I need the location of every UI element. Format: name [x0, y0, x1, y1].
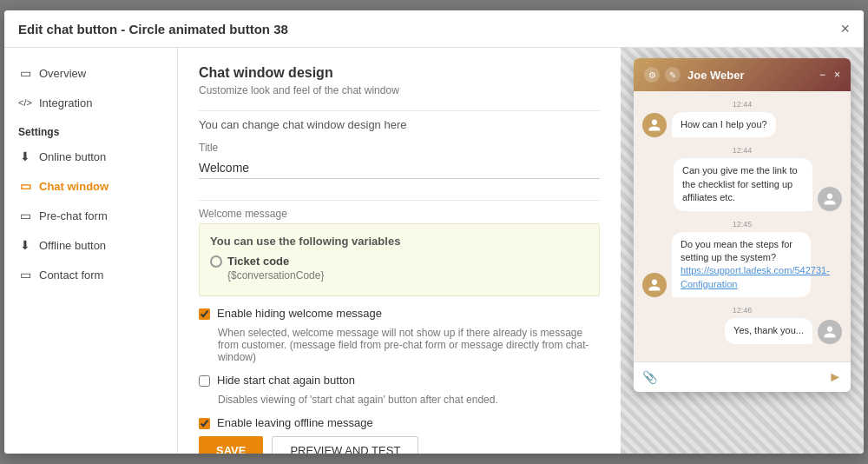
- chat-header: ⚙ ✎ Joe Weber − ×: [634, 58, 851, 91]
- config-link[interactable]: https://support.ladesk.com/542731-Config…: [681, 265, 830, 288]
- msg-bubble-2: Can you give me the link to the checklis…: [674, 158, 812, 210]
- checkbox-hide-start[interactable]: [199, 375, 210, 387]
- chat-header-actions: − ×: [819, 69, 840, 81]
- main-content: Chat window design Customize look and fe…: [178, 48, 621, 454]
- chat-window-icon: ▭: [18, 179, 32, 193]
- divider-1: [199, 110, 600, 111]
- pre-chat-form-icon: ▭: [18, 209, 32, 222]
- msg-time-1: 12:44: [642, 100, 842, 109]
- section-title: Chat window design: [199, 65, 600, 81]
- title-label: Title: [199, 142, 600, 154]
- chat-header-icons: ⚙ ✎: [644, 67, 681, 83]
- msg-row-2: Can you give me the link to the checklis…: [642, 158, 842, 210]
- agent-avatar-2: [642, 273, 667, 297]
- preview-button[interactable]: PREVIEW AND TEST: [272, 436, 418, 454]
- welcome-message-label: Welcome message: [199, 208, 600, 220]
- sidebar-item-label: Integration: [39, 96, 92, 109]
- modal-title: Edit chat button - Circle animated butto…: [18, 22, 288, 36]
- close-button[interactable]: ×: [840, 21, 850, 36]
- variable-item: Ticket code {$conversationCode}: [210, 255, 589, 282]
- checkbox-row-1: Enable hiding welcome message: [199, 307, 600, 320]
- sidebar-item-chat-window[interactable]: ▭ Chat window: [4, 171, 177, 201]
- var-circle-icon: [210, 255, 222, 268]
- checkbox-label-3: Enable leaving offline message: [217, 416, 373, 429]
- settings-label: Settings: [4, 117, 177, 142]
- chat-input-row: 📎 ►: [634, 361, 851, 392]
- preview-panel: ⚙ ✎ Joe Weber − × 12:44: [621, 48, 864, 454]
- visitor-avatar-1: [818, 187, 842, 211]
- close-chat-icon[interactable]: ×: [834, 69, 840, 81]
- sidebar-item-label: Offline button: [39, 239, 106, 252]
- sidebar-item-overview[interactable]: ▭ Overview: [4, 58, 177, 88]
- sidebar-item-label: Contact form: [39, 268, 103, 282]
- var-name: Ticket code: [227, 255, 324, 268]
- variables-title: You can use the following variables: [210, 235, 589, 248]
- button-row: SAVE PREVIEW AND TEST: [199, 436, 600, 454]
- chat-header-left: ⚙ ✎ Joe Weber: [644, 67, 745, 83]
- title-input[interactable]: [199, 157, 600, 179]
- checkbox-label-2: Hide start chat again button: [217, 374, 355, 387]
- send-icon[interactable]: ►: [828, 369, 842, 385]
- pencil-icon[interactable]: ✎: [665, 67, 681, 83]
- save-button[interactable]: SAVE: [199, 436, 263, 454]
- sidebar-item-label: Chat window: [39, 180, 108, 193]
- var-details: Ticket code {$conversationCode}: [227, 255, 324, 282]
- msg-bubble-3: Do you mean the steps for setting up the…: [672, 232, 811, 298]
- msg-bubble-4: Yes, thank you...: [725, 318, 812, 343]
- sidebar: ▭ Overview </> Integration Settings ⬇ On…: [4, 48, 178, 454]
- visitor-avatar-2: [818, 320, 842, 344]
- gear-icon[interactable]: ⚙: [644, 67, 660, 83]
- attach-icon[interactable]: 📎: [642, 370, 657, 384]
- sidebar-item-online-button[interactable]: ⬇ Online button: [4, 142, 177, 171]
- checkbox-desc-1: When selected, welcome message will not …: [218, 327, 600, 363]
- info-text: You can change chat window design here: [199, 118, 600, 131]
- sidebar-item-contact-form[interactable]: ▭ Contact form: [4, 260, 177, 289]
- msg-row-1: How can I help you?: [642, 112, 842, 137]
- checkbox-offline-message[interactable]: [199, 418, 210, 429]
- offline-button-icon: ⬇: [18, 238, 32, 252]
- modal: Edit chat button - Circle animated butto…: [4, 10, 864, 454]
- agent-name: Joe Weber: [687, 69, 745, 82]
- sidebar-item-integration[interactable]: </> Integration: [4, 88, 177, 117]
- modal-header: Edit chat button - Circle animated butto…: [4, 10, 864, 48]
- variables-box: You can use the following variables Tick…: [199, 223, 600, 296]
- checkbox-hide-welcome[interactable]: [199, 308, 210, 320]
- msg-time-4: 12:46: [642, 306, 842, 315]
- overview-icon: ▭: [18, 66, 32, 80]
- divider-2: [199, 200, 600, 201]
- msg-row-3: Do you mean the steps for setting up the…: [642, 232, 842, 298]
- msg-row-4: Yes, thank you...: [642, 318, 842, 343]
- modal-overlay: Edit chat button - Circle animated butto…: [0, 0, 868, 464]
- sidebar-item-label: Overview: [39, 67, 86, 80]
- section-subtitle: Customize look and feel of the chat wind…: [199, 84, 600, 96]
- integration-icon: </>: [18, 96, 32, 109]
- chat-messages: 12:44 How can I help you? 12:44: [634, 91, 851, 361]
- checkbox-label-1: Enable hiding welcome message: [217, 307, 382, 320]
- msg-bubble-1: How can I help you?: [672, 112, 776, 137]
- checkbox-row-3: Enable leaving offline message: [199, 416, 600, 429]
- sidebar-item-label: Pre-chat form: [39, 209, 108, 222]
- sidebar-item-pre-chat-form[interactable]: ▭ Pre-chat form: [4, 201, 177, 230]
- minimize-icon[interactable]: −: [819, 69, 825, 81]
- msg-time-3: 12:45: [642, 220, 842, 229]
- agent-avatar-1: [642, 113, 667, 137]
- modal-body: ▭ Overview </> Integration Settings ⬇ On…: [4, 48, 864, 454]
- checkbox-row-2: Hide start chat again button: [199, 374, 600, 387]
- online-button-icon: ⬇: [18, 149, 32, 163]
- chat-input[interactable]: [664, 371, 828, 383]
- sidebar-item-label: Online button: [39, 150, 106, 163]
- contact-form-icon: ▭: [18, 268, 32, 282]
- msg-time-2: 12:44: [642, 146, 842, 155]
- var-code: {$conversationCode}: [227, 269, 324, 282]
- sidebar-item-offline-button[interactable]: ⬇ Offline button: [4, 230, 177, 260]
- chat-widget: ⚙ ✎ Joe Weber − × 12:44: [634, 58, 851, 392]
- checkbox-desc-2: Disables viewing of 'start chat again' b…: [218, 394, 600, 406]
